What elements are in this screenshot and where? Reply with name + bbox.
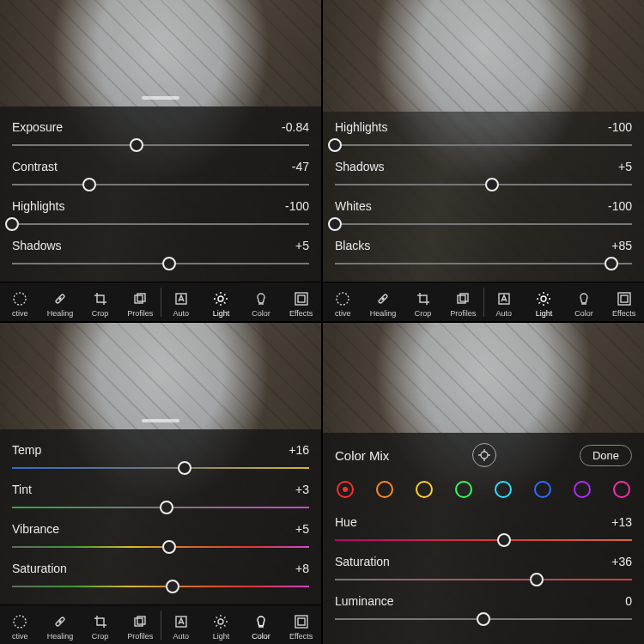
drag-handle[interactable] (142, 419, 179, 422)
slider-thumb[interactable] (160, 501, 173, 514)
slider-saturation[interactable] (335, 570, 632, 589)
tool-label: ctive (12, 309, 28, 318)
slider-row: Contrast -47 (12, 160, 309, 173)
tool-label: Profiles (127, 632, 153, 641)
tool-label: Crop (415, 309, 432, 318)
slider-thumb[interactable] (162, 540, 176, 554)
slider-thumb[interactable] (485, 178, 499, 191)
slider-track (335, 223, 632, 225)
tool-crop[interactable]: Crop (80, 614, 120, 644)
tool-crop[interactable]: Crop (80, 291, 120, 321)
slider-row: Highlights -100 (335, 120, 632, 134)
tool-healing[interactable]: Healing (363, 291, 404, 321)
svg-line-14 (216, 302, 218, 304)
svg-rect-56 (298, 618, 305, 625)
tool-label: Auto (496, 309, 513, 318)
tool-color[interactable]: Color (241, 291, 282, 321)
tool-auto[interactable]: Auto (484, 291, 525, 321)
tool-ctive[interactable]: ctive (0, 614, 40, 644)
tool-light[interactable]: Light (524, 291, 564, 321)
tool-label: Auto (173, 632, 190, 641)
tool-light[interactable]: Light (201, 614, 241, 644)
slider-thumb[interactable] (530, 573, 544, 586)
slider-thumb[interactable] (82, 178, 96, 191)
selective-icon (12, 614, 27, 629)
slider-thumb[interactable] (130, 138, 143, 152)
color-mix-group: Color Mix Done Hue +13 Saturation +36 Lu… (323, 433, 644, 644)
slider-thumb[interactable] (162, 257, 176, 270)
slider-highlights[interactable] (335, 136, 632, 155)
slider-tint[interactable] (12, 498, 309, 517)
tool-crop[interactable]: Crop (403, 291, 443, 321)
slider-label: Whites (335, 199, 372, 213)
auto-icon (496, 291, 512, 307)
swatch-1[interactable] (376, 481, 393, 498)
tool-auto[interactable]: Auto (161, 614, 202, 644)
tool-ctive[interactable]: ctive (323, 291, 363, 321)
slider-value: 0 (625, 594, 632, 608)
svg-point-26 (541, 296, 546, 301)
svg-point-19 (337, 293, 349, 305)
swatch-0[interactable] (337, 481, 354, 498)
slider-blacks[interactable] (335, 254, 632, 273)
drag-handle[interactable] (142, 96, 179, 100)
tool-auto[interactable]: Auto (161, 291, 202, 321)
slider-value: -100 (285, 199, 309, 213)
slider-thumb[interactable] (166, 580, 179, 593)
tool-profiles[interactable]: Profiles (443, 291, 483, 321)
slider-temp[interactable] (12, 459, 309, 477)
slider-contrast[interactable] (12, 175, 309, 194)
slider-exposure[interactable] (12, 136, 309, 155)
tool-label: Color (252, 309, 270, 318)
svg-line-33 (539, 302, 541, 304)
tool-healing[interactable]: Healing (40, 614, 81, 644)
slider-saturation[interactable] (12, 577, 309, 596)
profiles-icon (455, 291, 471, 307)
tool-healing[interactable]: Healing (40, 291, 81, 321)
slider-value: +85 (611, 239, 632, 252)
slider-hue[interactable] (335, 531, 632, 550)
svg-rect-55 (295, 616, 307, 628)
tool-effects[interactable]: Effects (281, 291, 321, 321)
svg-point-38 (14, 616, 26, 628)
tool-label: Crop (92, 309, 109, 318)
slider-thumb[interactable] (328, 217, 342, 231)
slider-luminance[interactable] (335, 610, 632, 629)
tool-effects[interactable]: Effects (604, 291, 644, 321)
slider-thumb[interactable] (477, 612, 490, 626)
svg-rect-18 (298, 295, 305, 302)
slider-highlights[interactable] (12, 215, 309, 234)
slider-label: Saturation (335, 555, 390, 568)
slider-whites[interactable] (335, 215, 632, 234)
swatch-6[interactable] (574, 481, 591, 498)
done-button[interactable]: Done (580, 445, 632, 466)
target-adjust-icon[interactable] (472, 443, 496, 467)
tool-label: Healing (47, 309, 74, 318)
tool-profiles[interactable]: Profiles (120, 291, 161, 321)
tool-effects[interactable]: Effects (281, 614, 321, 644)
tool-color[interactable]: Color (241, 614, 282, 644)
slider-vibrance[interactable] (12, 538, 309, 556)
svg-line-32 (547, 302, 549, 304)
panel-light-1: Exposure -0.84 Contrast -47 Highlights -… (0, 0, 321, 321)
slider-thumb[interactable] (328, 138, 342, 152)
color-icon (253, 614, 269, 629)
slider-thumb[interactable] (497, 533, 511, 547)
tool-light[interactable]: Light (201, 291, 241, 321)
slider-label: Highlights (335, 120, 387, 134)
swatch-2[interactable] (416, 481, 433, 498)
slider-shadows[interactable] (335, 175, 632, 194)
slider-thumb[interactable] (5, 217, 19, 231)
swatch-5[interactable] (534, 481, 551, 498)
tool-ctive[interactable]: ctive (0, 291, 40, 321)
tool-label: Light (213, 309, 230, 318)
slider-shadows[interactable] (12, 254, 309, 273)
tool-color[interactable]: Color (564, 291, 605, 321)
crop-icon (416, 291, 431, 307)
swatch-7[interactable] (613, 481, 630, 498)
swatch-3[interactable] (455, 481, 472, 498)
swatch-4[interactable] (495, 481, 512, 498)
slider-thumb[interactable] (178, 461, 191, 475)
tool-profiles[interactable]: Profiles (120, 614, 161, 644)
slider-thumb[interactable] (605, 257, 618, 270)
